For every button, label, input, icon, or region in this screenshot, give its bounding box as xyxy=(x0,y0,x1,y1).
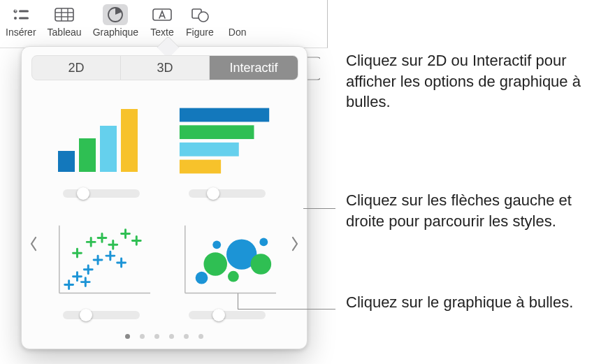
toolbar-item-table[interactable]: Tableau xyxy=(42,0,87,48)
svg-rect-16 xyxy=(79,138,96,172)
page-dot[interactable] xyxy=(169,334,174,339)
insert-icon: + xyxy=(8,4,34,25)
thumb-slider[interactable] xyxy=(189,311,266,319)
thumb-slider[interactable] xyxy=(63,311,140,319)
callout-text-bubble: Cliquez sur le graphique à bulles. xyxy=(346,292,598,313)
thumb-slider[interactable] xyxy=(63,189,140,198)
shape-icon xyxy=(187,4,212,25)
page-dot[interactable] xyxy=(154,334,159,339)
svg-point-29 xyxy=(212,240,221,249)
callout-leader xyxy=(303,208,335,209)
toolbar-item-label: Texte xyxy=(150,27,173,38)
page-dot[interactable] xyxy=(125,334,130,339)
horizontal-bar-chart-icon xyxy=(175,99,279,182)
chart-thumb-horizontal-bar[interactable] xyxy=(173,87,282,198)
svg-rect-21 xyxy=(180,143,239,156)
chevron-left-icon xyxy=(29,235,38,252)
toolbar-item-shape[interactable]: Figure xyxy=(180,0,219,48)
svg-point-33 xyxy=(259,238,268,246)
segment-interactive[interactable]: Interactif xyxy=(210,56,298,80)
toolbar-item-label: Graphique xyxy=(93,27,138,38)
callout-text-segments: Cliquez sur 2D ou Interactif pour affich… xyxy=(346,50,598,112)
chart-picker-popover: 2D 3D Interactif xyxy=(21,46,308,349)
svg-point-30 xyxy=(228,271,239,282)
chevron-right-icon xyxy=(290,235,300,252)
chart-thumbnail-grid xyxy=(47,87,282,319)
page-dot[interactable] xyxy=(184,334,189,339)
chart-thumb-vertical-bar[interactable] xyxy=(47,87,156,198)
svg-text:+: + xyxy=(14,7,17,14)
svg-point-28 xyxy=(203,252,227,276)
svg-rect-3 xyxy=(19,17,29,20)
text-icon xyxy=(150,4,175,25)
svg-rect-6 xyxy=(55,8,73,21)
bubble-chart-icon xyxy=(175,220,279,304)
svg-rect-20 xyxy=(180,125,254,139)
empty-icon xyxy=(225,4,250,25)
page-dot[interactable] xyxy=(198,334,203,339)
toolbar-item-label: Insérer xyxy=(6,27,36,38)
toolbar-item-insert[interactable]: + Insérer xyxy=(0,0,42,48)
toolbar-item-more[interactable]: Don xyxy=(219,0,250,48)
svg-point-14 xyxy=(198,12,208,22)
svg-rect-19 xyxy=(180,108,269,122)
svg-rect-18 xyxy=(121,109,138,172)
page-dot[interactable] xyxy=(140,334,145,339)
toolbar-item-label: Figure xyxy=(186,27,214,38)
toolbar-item-label: Don xyxy=(229,27,247,38)
svg-rect-15 xyxy=(58,151,75,172)
toolbar-item-label: Tableau xyxy=(48,27,82,38)
callout-text-arrows: Cliquez sur les flèches gauche et droite… xyxy=(346,190,598,231)
scatter-chart-icon xyxy=(50,220,153,304)
segment-3d[interactable]: 3D xyxy=(121,56,210,80)
svg-rect-2 xyxy=(19,10,29,13)
chart-thumb-scatter[interactable] xyxy=(47,209,156,319)
vertical-bar-chart-icon xyxy=(50,99,153,182)
segment-control: 2D 3D Interactif xyxy=(31,55,298,80)
svg-rect-22 xyxy=(180,160,221,174)
callout-leader xyxy=(238,293,238,309)
prev-style-button[interactable] xyxy=(26,231,41,256)
svg-rect-17 xyxy=(100,126,117,172)
svg-point-1 xyxy=(14,17,17,20)
page-dots[interactable] xyxy=(22,334,307,339)
toolbar-item-chart[interactable]: Graphique xyxy=(87,0,144,48)
chart-thumb-bubble[interactable] xyxy=(173,209,282,319)
svg-point-27 xyxy=(196,272,208,284)
svg-point-32 xyxy=(251,254,272,275)
segment-2d[interactable]: 2D xyxy=(32,56,121,80)
pie-chart-icon xyxy=(103,4,128,25)
table-icon xyxy=(52,4,77,25)
callout-leader xyxy=(238,309,335,310)
callout-bracket xyxy=(306,54,320,81)
next-style-button[interactable] xyxy=(287,231,303,256)
thumb-slider[interactable] xyxy=(189,189,266,198)
